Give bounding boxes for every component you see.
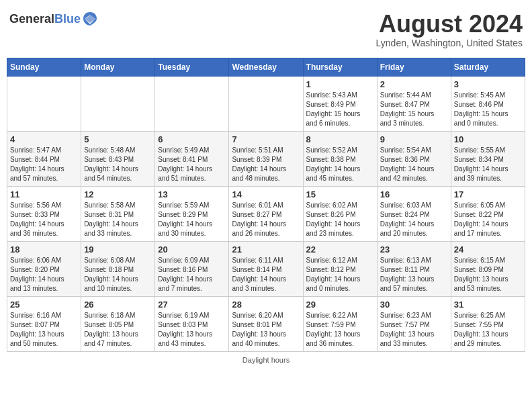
day-info: Sunrise: 5:51 AM Sunset: 8:39 PM Dayligh…: [232, 146, 300, 183]
day-info: Sunrise: 6:16 AM Sunset: 8:07 PM Dayligh…: [10, 311, 78, 349]
calendar-cell: 6Sunrise: 5:49 AM Sunset: 8:41 PM Daylig…: [155, 131, 229, 186]
day-info: Sunrise: 5:44 AM Sunset: 8:47 PM Dayligh…: [380, 91, 448, 128]
logo-general: General: [9, 12, 54, 26]
day-number: 26: [84, 300, 152, 310]
calendar-header: SundayMondayTuesdayWednesdayThursdayFrid…: [7, 58, 525, 76]
calendar-table: SundayMondayTuesdayWednesdayThursdayFrid…: [7, 58, 525, 352]
day-info: Sunrise: 6:25 AM Sunset: 7:55 PM Dayligh…: [454, 311, 522, 349]
logo-icon: [82, 11, 98, 27]
day-of-week-tuesday: Tuesday: [155, 58, 229, 76]
day-number: 14: [232, 189, 300, 199]
day-number: 22: [306, 244, 374, 255]
day-number: 3: [454, 79, 522, 89]
day-info: Sunrise: 6:15 AM Sunset: 8:09 PM Dayligh…: [454, 256, 522, 293]
location-title: Lynden, Washington, United States: [376, 38, 523, 48]
calendar-body: 1Sunrise: 5:43 AM Sunset: 8:49 PM Daylig…: [7, 76, 525, 351]
day-info: Sunrise: 5:59 AM Sunset: 8:29 PM Dayligh…: [158, 201, 226, 238]
calendar-cell: 5Sunrise: 5:48 AM Sunset: 8:43 PM Daylig…: [81, 131, 155, 186]
calendar-cell: 29Sunrise: 6:22 AM Sunset: 7:59 PM Dayli…: [303, 296, 377, 351]
calendar-cell: 28Sunrise: 6:20 AM Sunset: 8:01 PM Dayli…: [229, 296, 303, 351]
day-number: 29: [306, 300, 374, 310]
day-number: 18: [10, 244, 78, 255]
day-info: Sunrise: 5:55 AM Sunset: 8:34 PM Dayligh…: [454, 146, 522, 183]
day-of-week-saturday: Saturday: [451, 58, 525, 76]
day-of-week-monday: Monday: [81, 58, 155, 76]
day-info: Sunrise: 6:06 AM Sunset: 8:20 PM Dayligh…: [10, 256, 78, 293]
calendar-cell: 21Sunrise: 6:11 AM Sunset: 8:14 PM Dayli…: [229, 241, 303, 296]
header: GeneralBlue August 2024 Lynden, Washingt…: [7, 7, 525, 52]
day-number: 12: [84, 189, 152, 199]
calendar-cell: 1Sunrise: 5:43 AM Sunset: 8:49 PM Daylig…: [303, 76, 377, 131]
day-info: Sunrise: 6:02 AM Sunset: 8:26 PM Dayligh…: [306, 201, 374, 238]
day-number: 1: [306, 79, 374, 89]
calendar-cell: [229, 76, 303, 131]
calendar-cell: 19Sunrise: 6:08 AM Sunset: 8:18 PM Dayli…: [81, 241, 155, 296]
day-info: Sunrise: 6:13 AM Sunset: 8:11 PM Dayligh…: [380, 256, 448, 293]
calendar-cell: 7Sunrise: 5:51 AM Sunset: 8:39 PM Daylig…: [229, 131, 303, 186]
day-of-week-friday: Friday: [377, 58, 451, 76]
day-number: 17: [454, 189, 522, 199]
day-info: Sunrise: 6:18 AM Sunset: 8:05 PM Dayligh…: [84, 311, 152, 349]
day-info: Sunrise: 6:23 AM Sunset: 7:57 PM Dayligh…: [380, 311, 448, 349]
calendar-cell: 15Sunrise: 6:02 AM Sunset: 8:26 PM Dayli…: [303, 186, 377, 241]
calendar-cell: 10Sunrise: 5:55 AM Sunset: 8:34 PM Dayli…: [451, 131, 525, 186]
day-info: Sunrise: 5:58 AM Sunset: 8:31 PM Dayligh…: [84, 201, 152, 238]
day-number: 9: [380, 134, 448, 144]
calendar-cell: 26Sunrise: 6:18 AM Sunset: 8:05 PM Dayli…: [81, 296, 155, 351]
day-info: Sunrise: 6:12 AM Sunset: 8:12 PM Dayligh…: [306, 256, 374, 293]
calendar-cell: 12Sunrise: 5:58 AM Sunset: 8:31 PM Dayli…: [81, 186, 155, 241]
days-of-week-row: SundayMondayTuesdayWednesdayThursdayFrid…: [7, 58, 525, 76]
calendar-cell: 16Sunrise: 6:03 AM Sunset: 8:24 PM Dayli…: [377, 186, 451, 241]
week-row-4: 18Sunrise: 6:06 AM Sunset: 8:20 PM Dayli…: [7, 241, 525, 296]
calendar-cell: 24Sunrise: 6:15 AM Sunset: 8:09 PM Dayli…: [451, 241, 525, 296]
week-row-1: 1Sunrise: 5:43 AM Sunset: 8:49 PM Daylig…: [7, 76, 525, 131]
calendar-cell: 30Sunrise: 6:23 AM Sunset: 7:57 PM Dayli…: [377, 296, 451, 351]
day-number: 25: [10, 300, 78, 310]
calendar-cell: 3Sunrise: 5:45 AM Sunset: 8:46 PM Daylig…: [451, 76, 525, 131]
calendar-cell: [81, 76, 155, 131]
day-number: 13: [158, 189, 226, 199]
day-info: Sunrise: 6:08 AM Sunset: 8:18 PM Dayligh…: [84, 256, 152, 293]
day-info: Sunrise: 6:09 AM Sunset: 8:16 PM Dayligh…: [158, 256, 226, 293]
day-number: 20: [158, 244, 226, 255]
day-info: Sunrise: 5:56 AM Sunset: 8:33 PM Dayligh…: [10, 201, 78, 238]
day-number: 28: [232, 300, 300, 310]
calendar-cell: 22Sunrise: 6:12 AM Sunset: 8:12 PM Dayli…: [303, 241, 377, 296]
day-info: Sunrise: 5:47 AM Sunset: 8:44 PM Dayligh…: [10, 146, 78, 183]
week-row-5: 25Sunrise: 6:16 AM Sunset: 8:07 PM Dayli…: [7, 296, 525, 351]
day-info: Sunrise: 5:52 AM Sunset: 8:38 PM Dayligh…: [306, 146, 374, 183]
day-number: 7: [232, 134, 300, 144]
day-number: 23: [380, 244, 448, 255]
calendar-cell: 17Sunrise: 6:05 AM Sunset: 8:22 PM Dayli…: [451, 186, 525, 241]
day-info: Sunrise: 6:22 AM Sunset: 7:59 PM Dayligh…: [306, 311, 374, 349]
day-info: Sunrise: 5:45 AM Sunset: 8:46 PM Dayligh…: [454, 91, 522, 128]
day-info: Sunrise: 6:01 AM Sunset: 8:27 PM Dayligh…: [232, 201, 300, 238]
day-info: Sunrise: 5:48 AM Sunset: 8:43 PM Dayligh…: [84, 146, 152, 183]
calendar-cell: [155, 76, 229, 131]
calendar-cell: 25Sunrise: 6:16 AM Sunset: 8:07 PM Dayli…: [7, 296, 81, 351]
day-of-week-wednesday: Wednesday: [229, 58, 303, 76]
title-area: August 2024 Lynden, Washington, United S…: [376, 11, 523, 48]
day-of-week-thursday: Thursday: [303, 58, 377, 76]
calendar-cell: 31Sunrise: 6:25 AM Sunset: 7:55 PM Dayli…: [451, 296, 525, 351]
day-info: Sunrise: 6:19 AM Sunset: 8:03 PM Dayligh…: [158, 311, 226, 349]
calendar-cell: 9Sunrise: 5:54 AM Sunset: 8:36 PM Daylig…: [377, 131, 451, 186]
calendar-cell: 14Sunrise: 6:01 AM Sunset: 8:27 PM Dayli…: [229, 186, 303, 241]
day-info: Sunrise: 6:20 AM Sunset: 8:01 PM Dayligh…: [232, 311, 300, 349]
day-number: 21: [232, 244, 300, 255]
day-number: 2: [380, 79, 448, 89]
day-number: 19: [84, 244, 152, 255]
week-row-2: 4Sunrise: 5:47 AM Sunset: 8:44 PM Daylig…: [7, 131, 525, 186]
day-info: Sunrise: 6:03 AM Sunset: 8:24 PM Dayligh…: [380, 201, 448, 238]
calendar-cell: 18Sunrise: 6:06 AM Sunset: 8:20 PM Dayli…: [7, 241, 81, 296]
day-number: 4: [10, 134, 78, 144]
day-number: 8: [306, 134, 374, 144]
calendar-cell: 8Sunrise: 5:52 AM Sunset: 8:38 PM Daylig…: [303, 131, 377, 186]
logo: GeneralBlue: [9, 11, 98, 27]
calendar-cell: 2Sunrise: 5:44 AM Sunset: 8:47 PM Daylig…: [377, 76, 451, 131]
calendar-cell: 20Sunrise: 6:09 AM Sunset: 8:16 PM Dayli…: [155, 241, 229, 296]
calendar-cell: 13Sunrise: 5:59 AM Sunset: 8:29 PM Dayli…: [155, 186, 229, 241]
day-number: 10: [454, 134, 522, 144]
day-number: 30: [380, 300, 448, 310]
calendar-cell: 11Sunrise: 5:56 AM Sunset: 8:33 PM Dayli…: [7, 186, 81, 241]
